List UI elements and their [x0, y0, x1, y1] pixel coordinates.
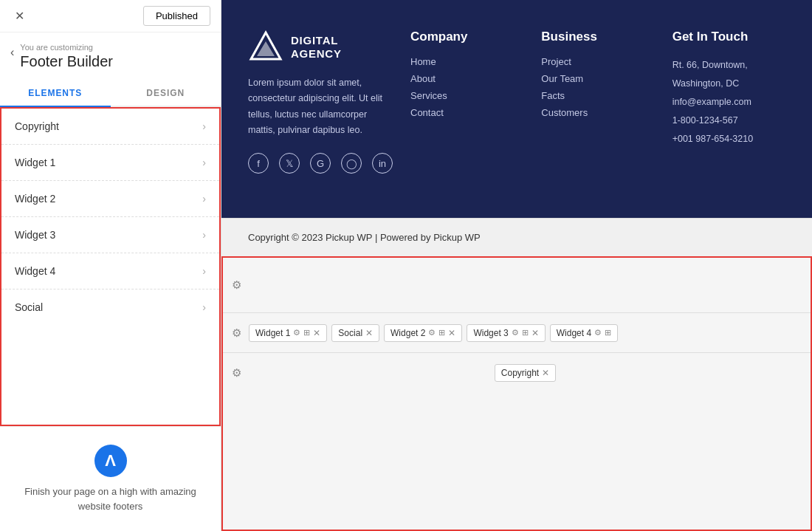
- element-widget1[interactable]: Widget 1 ›: [1, 145, 219, 181]
- promo-text: Finish your page on a high with amazing …: [10, 484, 210, 513]
- footer-preview: DIGITALAGENCY Lorem ipsum dolor sit amet…: [221, 0, 812, 218]
- builder-row-1: ⚙: [223, 258, 811, 313]
- logo-text: DIGITALAGENCY: [291, 34, 342, 61]
- widget3-label: Widget 3: [473, 328, 508, 338]
- list-item: Contact: [410, 107, 523, 118]
- tab-elements[interactable]: ELEMENTS: [0, 80, 111, 107]
- widget2-label: Widget 2: [390, 328, 425, 338]
- widget1-gear-icon[interactable]: ⚙: [293, 328, 300, 338]
- twitter-icon[interactable]: 𝕏: [279, 153, 300, 174]
- widget3-close-icon[interactable]: ✕: [531, 328, 539, 338]
- list-item: Customers: [541, 107, 654, 118]
- google-icon[interactable]: G: [310, 153, 331, 174]
- row1-gear-icon[interactable]: ⚙: [232, 278, 241, 292]
- footer-logo-column: DIGITALAGENCY Lorem ipsum dolor sit amet…: [248, 30, 393, 174]
- builder-tag-widget3[interactable]: Widget 3 ⚙ ⊞ ✕: [467, 324, 545, 342]
- instagram-icon[interactable]: ◯: [341, 153, 362, 174]
- footer-top: DIGITALAGENCY Lorem ipsum dolor sit amet…: [248, 30, 785, 174]
- copyright-text: Copyright © 2023 Pickup WP | Powered by …: [248, 232, 481, 243]
- chevron-right-icon: ›: [202, 229, 206, 241]
- footer-business-column: Business Project Our Team Facts Customer…: [541, 30, 654, 174]
- widget2-gear-icon[interactable]: ⚙: [428, 328, 436, 338]
- left-panel: ✕ Published ‹ You are customizing Footer…: [0, 0, 221, 531]
- back-button[interactable]: ‹: [10, 46, 14, 59]
- facebook-icon[interactable]: f: [248, 153, 269, 174]
- chevron-right-icon: ›: [202, 193, 206, 205]
- widget2-close-icon[interactable]: ✕: [448, 328, 455, 338]
- widget4-label: Widget 4: [557, 328, 591, 338]
- elements-list: Copyright › Widget 1 › Widget 2 › Widget…: [0, 107, 221, 426]
- list-item: Facts: [541, 90, 654, 101]
- social-close-icon[interactable]: ✕: [365, 328, 373, 338]
- footer-contact-column: Get In Touch Rt. 66, Downtown, Washingto…: [672, 30, 785, 174]
- copyright-bar: Copyright © 2023 Pickup WP | Powered by …: [221, 218, 812, 256]
- builder-tag-widget1[interactable]: Widget 1 ⚙ ⊞ ✕: [249, 324, 327, 342]
- builder-row-2: ⚙ Widget 1 ⚙ ⊞ ✕ Social ✕ Widget 2 ⚙ ⊞ ✕: [223, 313, 811, 353]
- tab-design[interactable]: DESIGN: [111, 80, 221, 106]
- social-icons: f 𝕏 G ◯ in: [248, 153, 393, 174]
- tab-bar: ELEMENTS DESIGN: [0, 80, 221, 107]
- widget4-grid-icon[interactable]: ⊞: [605, 328, 611, 338]
- business-links: Project Our Team Facts Customers: [541, 56, 654, 118]
- right-panel: DIGITALAGENCY Lorem ipsum dolor sit amet…: [221, 0, 812, 531]
- list-item: Our Team: [541, 73, 654, 84]
- builder-tag-social[interactable]: Social ✕: [331, 324, 379, 342]
- promo-icon: Λ: [94, 445, 127, 477]
- widget3-grid-icon[interactable]: ⊞: [522, 328, 529, 338]
- promo-section: Λ Finish your page on a high with amazin…: [0, 426, 221, 531]
- footer-logo: DIGITALAGENCY: [248, 30, 393, 65]
- builder-row-1-empty: [249, 265, 802, 305]
- element-widget3[interactable]: Widget 3 ›: [1, 217, 219, 253]
- chevron-right-icon: ›: [202, 301, 206, 313]
- row2-gear-icon[interactable]: ⚙: [232, 326, 241, 340]
- element-social[interactable]: Social ›: [1, 290, 219, 325]
- contact-info: Rt. 66, Downtown, Washington, DC info@ex…: [672, 56, 785, 148]
- widget1-label: Widget 1: [255, 328, 290, 338]
- list-item: Home: [410, 56, 523, 67]
- customizing-label: You are customizing: [20, 43, 113, 52]
- business-col-title: Business: [541, 30, 654, 44]
- widget1-close-icon[interactable]: ✕: [313, 328, 320, 338]
- contact-col-title: Get In Touch: [672, 30, 785, 44]
- list-item: Project: [541, 56, 654, 67]
- chevron-right-icon: ›: [202, 157, 206, 168]
- row3-gear-icon[interactable]: ⚙: [232, 366, 241, 380]
- builder-section: ⚙ ⚙ Widget 1 ⚙ ⊞ ✕ Social ✕ Widget 2 ⚙: [221, 256, 812, 531]
- close-button[interactable]: ✕: [10, 7, 28, 25]
- social-label: Social: [338, 328, 362, 338]
- widget1-grid-icon[interactable]: ⊞: [303, 328, 310, 338]
- linkedin-icon[interactable]: in: [372, 153, 393, 174]
- list-item: About: [410, 73, 523, 84]
- widget3-gear-icon[interactable]: ⚙: [512, 328, 519, 338]
- element-widget2[interactable]: Widget 2 ›: [1, 181, 219, 217]
- footer-description: Lorem ipsum dolor sit amet, consectetur …: [248, 75, 393, 138]
- chevron-right-icon: ›: [202, 265, 206, 277]
- company-col-title: Company: [410, 30, 523, 44]
- builder-row-3: ⚙ Copyright ✕: [223, 353, 811, 393]
- widget2-grid-icon[interactable]: ⊞: [438, 328, 445, 338]
- list-item: Services: [410, 90, 523, 101]
- builder-tag-widget2[interactable]: Widget 2 ⚙ ⊞ ✕: [384, 324, 462, 342]
- footer-company-column: Company Home About Services Contact: [410, 30, 523, 174]
- published-button[interactable]: Published: [143, 6, 210, 26]
- copyright-close-icon[interactable]: ✕: [542, 368, 549, 378]
- copyright-tag-label: Copyright: [501, 368, 539, 378]
- customizing-section: ‹ You are customizing Footer Builder: [0, 32, 221, 70]
- builder-tag-widget4[interactable]: Widget 4 ⚙ ⊞: [550, 324, 618, 342]
- chevron-right-icon: ›: [202, 120, 206, 132]
- widget4-gear-icon[interactable]: ⚙: [594, 328, 602, 338]
- top-bar: ✕ Published: [0, 0, 221, 32]
- sidebar-title: Footer Builder: [20, 53, 113, 70]
- element-widget4[interactable]: Widget 4 ›: [1, 253, 219, 290]
- builder-row-2-items: Widget 1 ⚙ ⊞ ✕ Social ✕ Widget 2 ⚙ ⊞ ✕ W…: [249, 324, 802, 342]
- builder-tag-copyright[interactable]: Copyright ✕: [495, 364, 556, 382]
- builder-row-3-center: Copyright ✕: [249, 364, 802, 382]
- company-links: Home About Services Contact: [410, 56, 523, 118]
- element-copyright[interactable]: Copyright ›: [1, 109, 219, 145]
